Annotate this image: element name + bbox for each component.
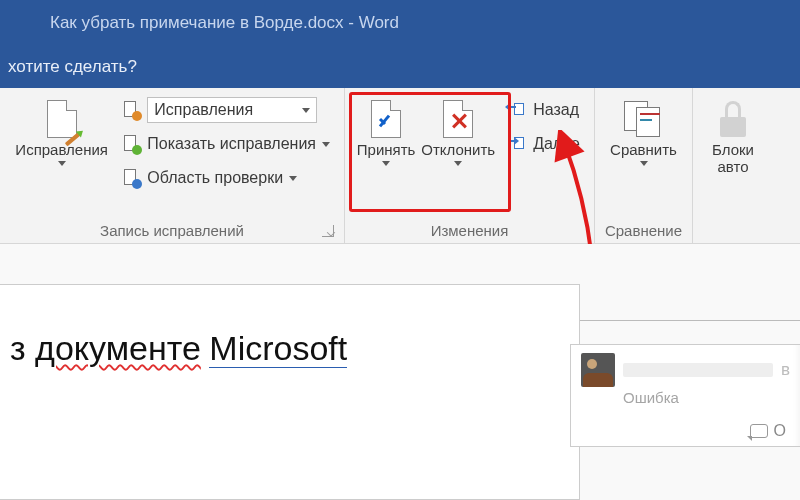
avatar xyxy=(581,353,615,387)
group-label-tracking: Запись исправлений xyxy=(8,220,336,239)
previous-icon xyxy=(510,103,524,117)
comment-author xyxy=(623,363,773,377)
reviewing-pane-icon xyxy=(122,169,140,187)
group-changes: Принять Отклонить Назад Далее Изменения xyxy=(345,88,595,243)
display-combo-value: Исправления xyxy=(154,101,253,119)
next-change-button[interactable]: Далее xyxy=(501,128,586,160)
accept-label: Принять xyxy=(357,142,416,159)
group-tracking: Исправления Исправления Показать исправл… xyxy=(0,88,345,243)
title-bar: Как убрать примечание в Ворде.docx - Wor… xyxy=(0,0,800,46)
show-markup-button[interactable]: Показать исправления xyxy=(115,128,336,160)
previous-label: Назад xyxy=(533,101,579,119)
block-authors-label-2: авто xyxy=(717,158,748,175)
track-changes-icon xyxy=(47,100,77,138)
reply-label: О xyxy=(774,422,786,440)
dropdown-caret-icon xyxy=(382,161,390,166)
dropdown-caret-icon xyxy=(58,161,66,166)
dialog-launcher-icon[interactable] xyxy=(322,225,334,237)
document-text: з документе Microsoft xyxy=(10,330,347,367)
compare-icon xyxy=(624,101,664,137)
display-icon xyxy=(122,101,140,119)
group-compare: Сравнить Сравнение xyxy=(595,88,693,243)
tell-me-bar[interactable]: хотите сделать? xyxy=(0,46,800,88)
comment-balloon[interactable]: в Ошибка О xyxy=(570,344,800,447)
lock-icon xyxy=(716,101,750,137)
show-markup-icon xyxy=(122,135,140,153)
previous-change-button[interactable]: Назад xyxy=(501,94,586,126)
reject-icon xyxy=(443,100,473,138)
block-authors-label-1: Блоки xyxy=(712,141,754,158)
dropdown-caret-icon xyxy=(289,176,297,181)
accept-icon xyxy=(371,100,401,138)
track-changes-button[interactable]: Исправления xyxy=(8,94,115,170)
document-page[interactable]: з документе Microsoft xyxy=(0,284,580,500)
group-label-protect xyxy=(701,237,765,239)
dropdown-caret-icon xyxy=(322,142,330,147)
document-area: з документе Microsoft в Ошибка О xyxy=(0,244,800,500)
block-authors-button[interactable]: Блокиавто xyxy=(701,94,765,179)
comment-status: Ошибка xyxy=(623,389,790,406)
ribbon: Исправления Исправления Показать исправл… xyxy=(0,88,800,244)
accept-button[interactable]: Принять xyxy=(353,94,419,170)
group-label-changes: Изменения xyxy=(353,220,586,239)
compare-label: Сравнить xyxy=(610,142,677,159)
window-title: Как убрать примечание в Ворде.docx - Wor… xyxy=(50,13,399,33)
dropdown-caret-icon xyxy=(454,161,462,166)
reviewing-pane-button[interactable]: Область проверки xyxy=(115,162,336,194)
next-icon xyxy=(510,137,524,151)
tell-me-text: хотите сделать? xyxy=(8,57,137,77)
show-markup-label: Показать исправления xyxy=(147,135,316,153)
dropdown-caret-icon xyxy=(640,161,648,166)
comment-suffix: в xyxy=(781,360,790,380)
reject-button[interactable]: Отклонить xyxy=(419,94,497,170)
reject-label: Отклонить xyxy=(421,142,495,159)
next-label: Далее xyxy=(533,135,580,153)
reply-icon xyxy=(750,424,768,438)
group-protect: Блокиавто xyxy=(693,88,773,243)
track-changes-label: Исправления xyxy=(15,142,108,159)
dropdown-caret-icon xyxy=(302,108,310,113)
reviewing-pane-label: Область проверки xyxy=(147,169,283,187)
display-for-review-combo[interactable]: Исправления xyxy=(115,94,336,126)
comment-reply-button[interactable]: О xyxy=(581,422,790,440)
group-label-compare: Сравнение xyxy=(603,220,684,239)
compare-button[interactable]: Сравнить xyxy=(605,94,683,170)
